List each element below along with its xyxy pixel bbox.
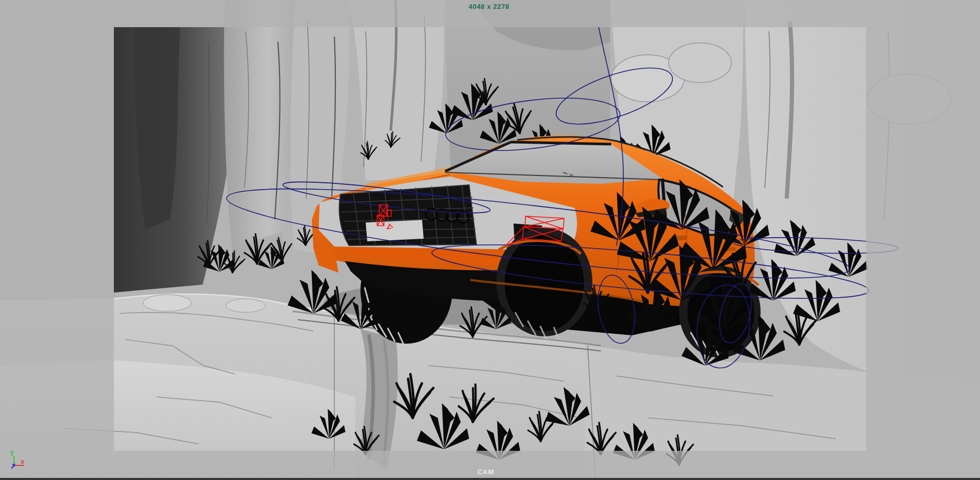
maya-viewport[interactable]: 4048 x 2278 CAM y x [0, 0, 980, 480]
viewport-bottom-bar [0, 478, 980, 480]
resolution-gate-label: 4048 x 2278 [469, 3, 509, 10]
y-axis-label: y [10, 449, 14, 456]
x-axis-label: x [21, 458, 25, 465]
scene-canvas[interactable]: 4048 x 2278 CAM y x [0, 0, 980, 480]
camera-name-label: CAM [477, 468, 495, 476]
rock-column[interactable] [224, 0, 296, 264]
axis-origin [13, 464, 15, 466]
wheel-front-near[interactable] [505, 235, 584, 331]
